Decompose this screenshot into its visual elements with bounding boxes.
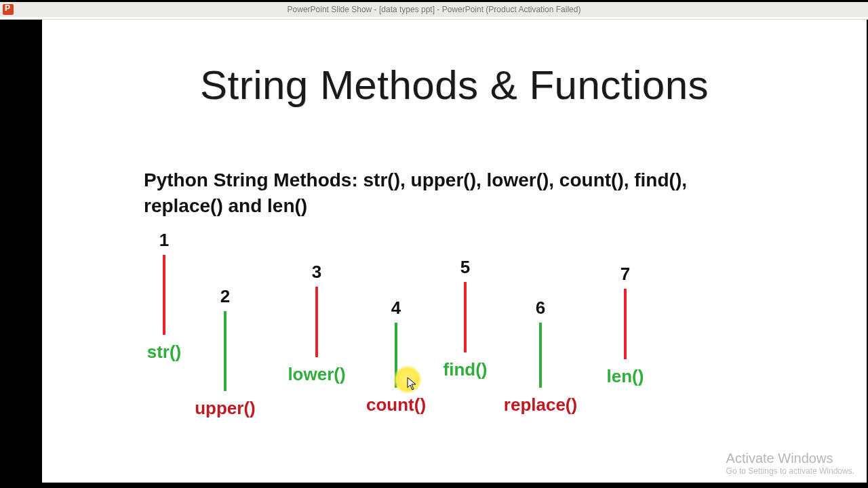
cursor-arrow-icon	[407, 377, 416, 390]
slideshow-stage[interactable]: String Methods & Functions Python String…	[0, 20, 868, 488]
slide-canvas[interactable]: String Methods & Functions Python String…	[42, 20, 867, 483]
stage-matte-left	[0, 20, 42, 488]
diagram-number: 1	[113, 230, 215, 251]
diagram-bar	[464, 282, 467, 352]
diagram-bar	[163, 255, 165, 335]
diagram-label: upper()	[174, 398, 276, 419]
diagram-item-len: 7 len()	[574, 264, 676, 387]
diagram-number: 3	[266, 262, 368, 283]
slide-subheading: Python String Methods: str(), upper(), l…	[144, 167, 700, 219]
diagram-number: 2	[174, 286, 276, 307]
diagram-item-upper: 2 upper()	[174, 286, 276, 419]
stage-matte-bottom	[42, 483, 867, 488]
diagram-bar	[224, 311, 226, 391]
watermark-line1: Activate Windows	[726, 450, 854, 466]
powerpoint-app-icon	[3, 4, 14, 15]
window-title-bar: PowerPoint Slide Show - [data types ppt]…	[0, 2, 868, 17]
watermark-line2: Go to Settings to activate Windows.	[726, 466, 854, 476]
diagram-label: len()	[574, 366, 676, 387]
windows-activation-watermark: Activate Windows Go to Settings to activ…	[726, 450, 854, 476]
diagram-bar	[624, 289, 627, 359]
window-title-text: PowerPoint Slide Show - [data types ppt]…	[0, 5, 868, 14]
diagram-number: 5	[414, 257, 516, 278]
methods-diagram: 1 str() 2 upper() 3 lower() 4 count() 5	[42, 230, 867, 433]
diagram-bar	[539, 323, 542, 388]
diagram-bar	[315, 287, 318, 357]
slide-title: String Methods & Functions	[42, 62, 867, 108]
diagram-number: 7	[574, 264, 676, 285]
diagram-label: count()	[345, 394, 447, 415]
diagram-label: replace()	[490, 394, 591, 415]
